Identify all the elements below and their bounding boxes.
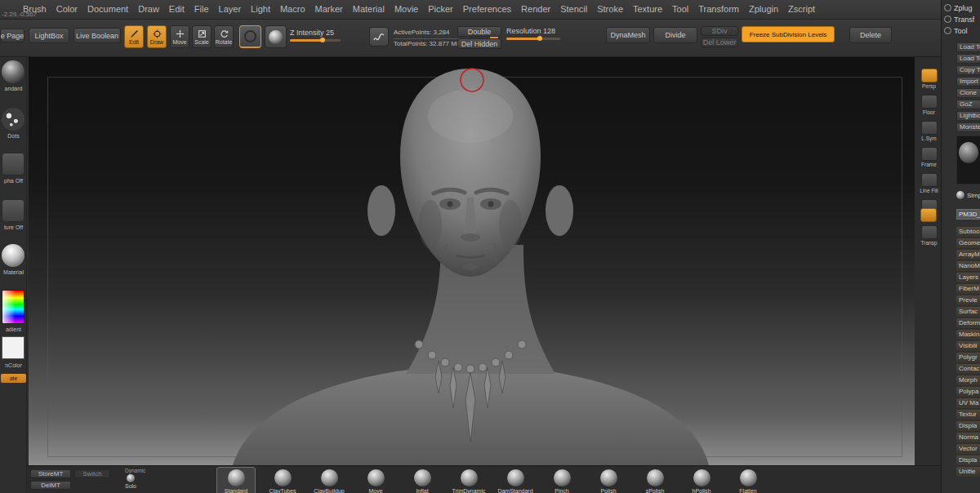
lightbox-button[interactable]: LightBox — [29, 28, 69, 43]
menu-item[interactable]: Light — [246, 2, 275, 16]
shelf-toggle-button[interactable]: Floor — [921, 95, 938, 115]
home-page-button[interactable]: e Page — [0, 29, 24, 42]
brush-tray-item[interactable]: Flatten — [728, 467, 768, 493]
material-thumb[interactable] — [2, 244, 24, 267]
draw-button[interactable]: Draw — [147, 25, 167, 48]
double-button[interactable]: Double — [457, 26, 501, 37]
material-preview-button[interactable] — [265, 25, 287, 48]
menu-item[interactable]: Material — [348, 2, 390, 16]
shelf-toggle-button[interactable]: Transp — [921, 225, 938, 246]
tool-section-header[interactable]: Norma — [956, 433, 980, 442]
tool-section-header[interactable]: Displa — [956, 455, 980, 465]
solo-button[interactable]: Solo — [125, 474, 136, 489]
tool-section-header[interactable]: Polygr — [956, 353, 980, 362]
menu-item[interactable]: Macro — [275, 2, 310, 16]
shelf-toggle-button[interactable]: Persp — [921, 69, 938, 89]
tool-palette-button[interactable]: Lightbo — [956, 111, 980, 121]
menu-item[interactable]: Tool — [667, 2, 693, 16]
texture-thumb[interactable] — [2, 199, 24, 222]
edit-button[interactable]: Edit — [124, 25, 144, 48]
tool-section-header[interactable]: Maskin — [956, 330, 980, 340]
menu-item[interactable]: Render — [516, 2, 555, 16]
tool-section-header[interactable]: Unifie — [956, 467, 980, 477]
brush-tray-item[interactable]: sPolish — [635, 467, 675, 493]
tool-preview-thumb[interactable] — [956, 135, 980, 184]
del-hidden-button[interactable]: Del Hidden — [457, 38, 501, 49]
dynamesh-button[interactable]: DynaMesh — [606, 27, 650, 43]
tool-section-header[interactable]: Morph — [956, 375, 980, 385]
brush-tray-item[interactable]: TrimDynamic — [449, 467, 488, 493]
menu-item[interactable]: Stroke — [592, 2, 628, 16]
tool-section-header[interactable]: Previe — [956, 295, 980, 305]
tool-section-header[interactable]: UV Ma — [956, 398, 980, 408]
menu-item[interactable]: Movie — [390, 2, 423, 16]
current-tool-row[interactable]: Simple — [956, 191, 980, 199]
tool-section-header[interactable]: Contac — [956, 364, 980, 374]
shelf-toggle-button[interactable]: Frame — [921, 147, 938, 167]
tool-palette-button[interactable]: Load To — [956, 54, 980, 64]
tool-section-header[interactable]: Visibili — [956, 341, 980, 351]
scale-button[interactable]: Scale — [192, 25, 212, 48]
move-button[interactable]: Move — [170, 25, 189, 48]
menu-item[interactable]: Edit — [164, 2, 189, 16]
brush-tray-item[interactable]: Pinch — [542, 467, 581, 493]
del-mt-button[interactable]: DelMT — [30, 481, 71, 490]
tool-section-header[interactable]: FiberM — [956, 284, 980, 294]
brush-tray-item[interactable]: Standard — [216, 467, 256, 493]
tool-palette-button[interactable]: Load To — [956, 42, 980, 52]
slider-knob[interactable] — [320, 38, 325, 42]
menu-item[interactable]: Picker — [423, 2, 458, 16]
slider-knob[interactable] — [537, 36, 542, 41]
tool-palette-button[interactable]: Clone — [956, 88, 980, 98]
shelf-toggle-button[interactable]: L.Sym — [921, 121, 938, 141]
tool-section-header[interactable]: Vector — [956, 444, 980, 454]
menu-item[interactable]: Zplugin — [744, 2, 783, 16]
selected-subtool-row[interactable]: PM3D_S — [956, 209, 980, 220]
current-brush-thumb[interactable] — [2, 60, 24, 83]
tool-section-header[interactable]: Layers — [956, 273, 980, 282]
rotate-button[interactable]: Rotate — [214, 25, 234, 48]
tool-section-header[interactable]: ArrayM — [956, 250, 980, 260]
alpha-thumb[interactable] — [2, 153, 24, 175]
brush-tray-item[interactable]: ClayBuildup — [310, 467, 349, 493]
tool-section-header[interactable]: Textur — [956, 410, 980, 420]
palette-tab[interactable]: Tool — [944, 25, 974, 36]
freeze-subdivision-button[interactable]: Freeze SubDivision Levels — [742, 26, 835, 42]
tool-palette-button[interactable]: Monste — [956, 122, 980, 132]
menu-item[interactable]: Stencil — [555, 2, 592, 16]
menu-item[interactable]: Texture — [628, 2, 667, 16]
menu-item[interactable]: Marker — [310, 2, 348, 16]
tool-palette-button[interactable]: Copy To — [956, 65, 980, 75]
z-intensity-slider[interactable]: Z Intensity 25 — [290, 29, 341, 42]
palette-tab[interactable]: Zplug — [944, 2, 974, 13]
brush-tray-item[interactable]: ClayTubes — [263, 467, 302, 493]
menu-item[interactable]: Document — [82, 2, 133, 16]
tool-palette-button[interactable]: Import — [956, 77, 980, 87]
menu-item[interactable]: Brush — [18, 2, 51, 16]
menu-item[interactable]: Draw — [133, 2, 164, 16]
tool-section-header[interactable]: NanoM — [956, 261, 980, 271]
tool-section-header[interactable]: Subtoo — [956, 227, 980, 237]
canvas[interactable] — [29, 57, 915, 465]
store-mt-button[interactable]: StoreMT — [30, 469, 71, 478]
stroke-thumb[interactable] — [2, 108, 24, 131]
shelf-toggle-button[interactable]: Line Fill — [920, 173, 938, 193]
menu-item[interactable]: File — [189, 2, 214, 16]
menu-item[interactable]: Layer — [214, 2, 247, 16]
menu-item[interactable]: Preferences — [458, 2, 516, 16]
tool-section-header[interactable]: Displa — [956, 421, 980, 431]
current-color-swatch[interactable] — [2, 336, 24, 359]
gradate-button[interactable]: ate — [1, 374, 26, 383]
tool-palette-button[interactable]: GoZ — [956, 100, 980, 109]
stroke-type-button[interactable] — [369, 27, 389, 47]
brush-preview-button[interactable] — [239, 25, 261, 48]
tool-section-header[interactable]: Geome — [956, 238, 980, 248]
brush-tray-item[interactable]: DamStandard — [496, 467, 535, 493]
resolution-slider[interactable]: Resolution 128 — [506, 27, 560, 40]
live-boolean-button[interactable]: Live Boolean — [74, 28, 121, 43]
brush-tray-item[interactable]: hPolish — [682, 467, 721, 493]
brush-tray-item[interactable]: Inflat — [403, 467, 442, 493]
menu-item[interactable]: Color — [51, 2, 82, 16]
delete-button[interactable]: Delete — [849, 27, 892, 43]
divide-button[interactable]: Divide — [653, 27, 697, 43]
